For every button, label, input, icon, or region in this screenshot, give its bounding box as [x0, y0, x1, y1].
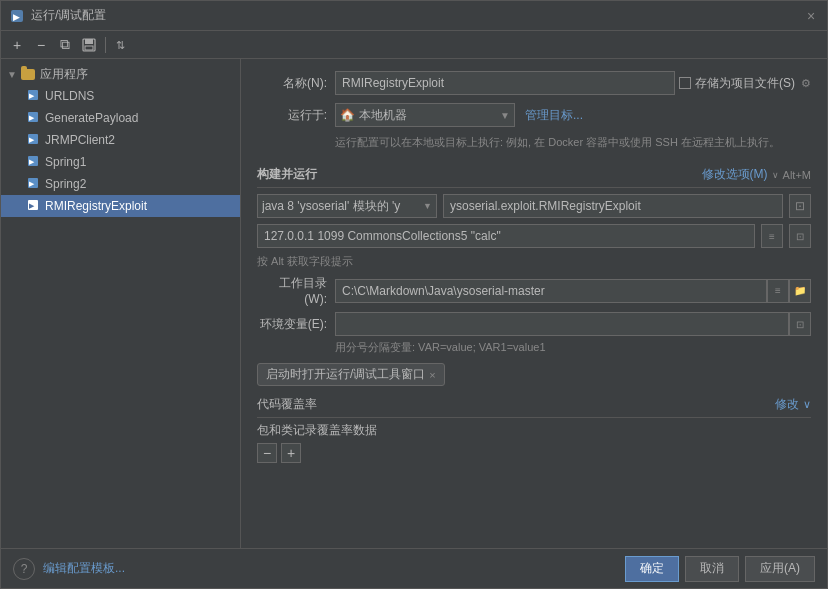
dropdown-arrow-icon: ▼: [500, 110, 510, 121]
item-icon-urldns: ▶: [27, 89, 39, 103]
args-icon-btn1[interactable]: ≡: [761, 224, 783, 248]
info-text: 运行配置可以在本地或目标上执行: 例如, 在 Docker 容器中或使用 SSH…: [257, 131, 811, 158]
manage-targets-link[interactable]: 管理目标...: [525, 107, 583, 124]
coverage-plus-button[interactable]: +: [281, 443, 301, 463]
coverage-minus-button[interactable]: −: [257, 443, 277, 463]
args-row: ≡ ⊡: [257, 224, 811, 248]
item-icon-spring1: ▶: [27, 155, 39, 169]
modify-options-link[interactable]: 修改选项(M): [702, 166, 768, 183]
sidebar-item-rmiregistryexploit[interactable]: ▶ RMIRegistryExploit: [1, 195, 240, 217]
dialog-icon: ▶: [9, 8, 25, 24]
cmd-dropdown-arrow: ▼: [423, 201, 432, 211]
env-row: 环境变量(E): ⊡: [257, 312, 811, 336]
save-project-label: 存储为项目文件(S): [695, 75, 795, 92]
cancel-button[interactable]: 取消: [685, 556, 739, 582]
bottom-bar: ? 编辑配置模板... 确定 取消 应用(A): [1, 548, 827, 588]
coverage-expand-icon: ∨: [803, 398, 811, 411]
sidebar-item-label-jrmp: JRMPClient2: [45, 133, 115, 147]
sidebar-item-label-gp: GeneratePayload: [45, 111, 138, 125]
item-icon-rmi: ▶: [27, 199, 39, 213]
svg-rect-4: [85, 46, 93, 50]
sidebar-item-label-urldns: URLDNS: [45, 89, 94, 103]
working-dir-browse2[interactable]: 📁: [789, 279, 811, 303]
main-content: ▼ 应用程序 ▶ URLDNS ▶ GeneratePayload: [1, 59, 827, 548]
build-run-section-header: 构建并运行 修改选项(M) ∨ Alt+M: [257, 166, 811, 188]
sidebar-item-spring1[interactable]: ▶ Spring1: [1, 151, 240, 173]
coverage-modify-wrap: 修改 ∨: [775, 396, 811, 413]
coverage-buttons: − +: [257, 443, 811, 463]
tag-label: 启动时打开运行/调试工具窗口: [266, 366, 425, 383]
env-label: 环境变量(E):: [257, 316, 327, 333]
ok-button[interactable]: 确定: [625, 556, 679, 582]
dialog-title: 运行/调试配置: [31, 7, 803, 24]
gear-icon[interactable]: ⚙: [801, 77, 811, 90]
working-dir-input[interactable]: [335, 279, 767, 303]
move-config-button[interactable]: ⇅: [112, 35, 132, 55]
item-icon-spring2: ▶: [27, 177, 39, 191]
sidebar-section: ▼ 应用程序 ▶ URLDNS ▶ GeneratePayload: [1, 59, 240, 221]
svg-rect-3: [85, 39, 93, 44]
coverage-sub-label: 包和类记录覆盖率数据: [257, 422, 811, 439]
expand-btn[interactable]: ⊡: [789, 194, 811, 218]
apply-button[interactable]: 应用(A): [745, 556, 815, 582]
svg-text:▶: ▶: [13, 12, 20, 22]
run-on-label: 运行于:: [257, 107, 327, 124]
sidebar-group-label: 应用程序: [40, 66, 88, 83]
debug-window-tag: 启动时打开运行/调试工具窗口 ×: [257, 363, 445, 386]
sidebar-item-label-spring2: Spring2: [45, 177, 86, 191]
add-config-button[interactable]: +: [7, 35, 27, 55]
name-row: 名称(N): 存储为项目文件(S) ⚙: [257, 71, 811, 95]
item-icon-jrmp: ▶: [27, 133, 39, 147]
coverage-header: 代码覆盖率 修改 ∨: [257, 396, 811, 418]
sidebar-item-spring2[interactable]: ▶ Spring2: [1, 173, 240, 195]
sidebar-item-generatepayload[interactable]: ▶ GeneratePayload: [1, 107, 240, 129]
sidebar-group-app[interactable]: ▼ 应用程序: [1, 63, 240, 85]
sidebar-item-urldns[interactable]: ▶ URLDNS: [1, 85, 240, 107]
help-button[interactable]: ?: [13, 558, 35, 580]
run-on-dropdown-wrap: 🏠 本地机器 ▼: [335, 103, 515, 127]
copy-config-button[interactable]: ⧉: [55, 35, 75, 55]
save-project-checkbox[interactable]: [679, 77, 691, 89]
save-project-area: 存储为项目文件(S) ⚙: [679, 75, 811, 92]
right-panel: 名称(N): 存储为项目文件(S) ⚙ 运行于: 🏠 本地机器 ▼: [241, 59, 827, 548]
sidebar: ▼ 应用程序 ▶ URLDNS ▶ GeneratePayload: [1, 59, 241, 548]
modify-options-wrap: 修改选项(M) ∨ Alt+M: [702, 166, 811, 183]
sidebar-item-label-spring1: Spring1: [45, 155, 86, 169]
sidebar-item-jrmpclient2[interactable]: ▶ JRMPClient2: [1, 129, 240, 151]
edit-template-link[interactable]: 编辑配置模板...: [43, 560, 125, 577]
java-version-select[interactable]: java 8 'ysoserial' 模块的 'y ▼: [257, 194, 437, 218]
name-input[interactable]: [335, 71, 675, 95]
group-arrow-icon: ▼: [7, 69, 17, 80]
main-class-input[interactable]: [443, 194, 783, 218]
tag-close-button[interactable]: ×: [429, 369, 435, 381]
item-icon-gp: ▶: [27, 111, 39, 125]
working-dir-label: 工作目录(W):: [257, 275, 327, 306]
env-browse[interactable]: ⊡: [789, 312, 811, 336]
title-bar: ▶ 运行/调试配置 ×: [1, 1, 827, 31]
env-hint: 用分号分隔变量: VAR=value; VAR1=value1: [335, 340, 811, 355]
name-label: 名称(N):: [257, 75, 327, 92]
run-on-row: 运行于: 🏠 本地机器 ▼ 管理目标...: [257, 103, 811, 127]
toolbar: + − ⧉ ⇅: [1, 31, 827, 59]
modify-shortcut: Alt+M: [783, 169, 811, 181]
toolbar-separator: [105, 37, 106, 53]
folder-icon: [21, 69, 35, 80]
cmd-row: java 8 'ysoserial' 模块的 'y ▼ ⊡: [257, 194, 811, 218]
coverage-modify-link[interactable]: 修改: [775, 396, 799, 413]
env-input[interactable]: [335, 312, 789, 336]
run-on-select[interactable]: 🏠 本地机器 ▼: [335, 103, 515, 127]
args-input[interactable]: [257, 224, 755, 248]
run-on-value: 本地机器: [359, 107, 496, 124]
save-config-button[interactable]: [79, 35, 99, 55]
alt-hint: 按 Alt 获取字段提示: [257, 254, 811, 269]
tags-row: 启动时打开运行/调试工具窗口 ×: [257, 363, 811, 386]
remove-config-button[interactable]: −: [31, 35, 51, 55]
working-dir-browse1[interactable]: ≡: [767, 279, 789, 303]
coverage-title: 代码覆盖率: [257, 396, 317, 413]
close-button[interactable]: ×: [803, 8, 819, 24]
sidebar-item-label-rmi: RMIRegistryExploit: [45, 199, 147, 213]
java-version-text: java 8 'ysoserial' 模块的 'y: [262, 198, 423, 215]
args-icon-btn2[interactable]: ⊡: [789, 224, 811, 248]
modify-options-arrow: ∨: [772, 170, 779, 180]
bottom-left: ? 编辑配置模板...: [13, 558, 619, 580]
